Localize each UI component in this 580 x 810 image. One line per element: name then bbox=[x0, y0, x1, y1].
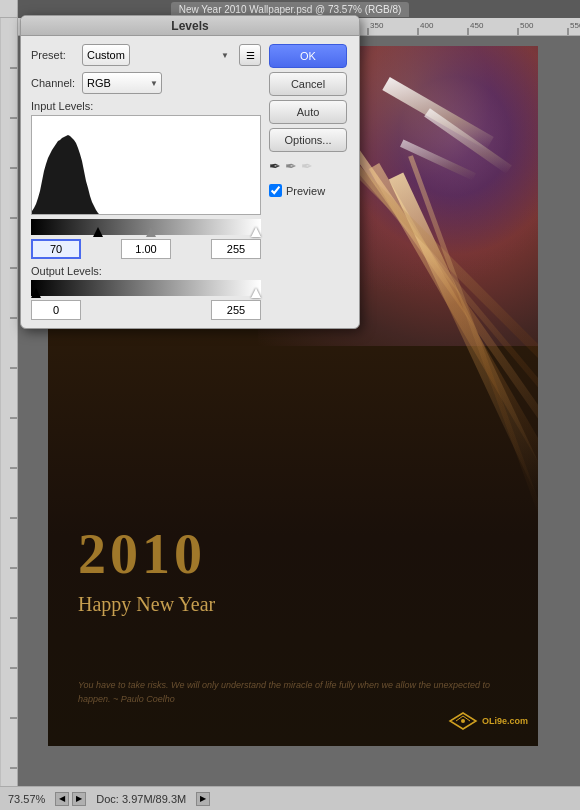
white-eyedropper-icon[interactable]: ✒ bbox=[301, 158, 313, 174]
output-black-input[interactable] bbox=[31, 300, 81, 320]
histogram-chart bbox=[32, 116, 260, 214]
black-point-slider[interactable] bbox=[93, 227, 103, 237]
dialog-title: Levels bbox=[171, 19, 208, 33]
white-point-slider[interactable] bbox=[251, 227, 261, 237]
presets-menu-button[interactable]: ☰ bbox=[239, 44, 261, 66]
output-white-input[interactable] bbox=[211, 300, 261, 320]
subtitle-text: Happy New Year bbox=[78, 593, 215, 616]
svg-text:450: 450 bbox=[470, 21, 484, 30]
input-levels-values bbox=[31, 239, 261, 259]
ruler-left bbox=[0, 18, 18, 792]
midtone-slider[interactable] bbox=[146, 227, 156, 237]
white-input[interactable] bbox=[211, 239, 261, 259]
preset-row: Preset: Custom ☰ bbox=[31, 44, 261, 66]
black-eyedropper-icon[interactable]: ✒ bbox=[269, 158, 281, 174]
preview-row: Preview bbox=[269, 184, 349, 197]
preview-checkbox[interactable] bbox=[269, 184, 282, 197]
year-text: 2010 bbox=[78, 522, 206, 586]
status-arrows: ◀ ▶ bbox=[55, 792, 86, 806]
output-white-slider[interactable] bbox=[251, 288, 261, 298]
ruler-left-ticks bbox=[0, 18, 17, 792]
levels-dialog: Levels Preset: Custom ☰ bbox=[20, 15, 360, 329]
svg-text:500: 500 bbox=[520, 21, 534, 30]
dialog-content: Preset: Custom ☰ Channel: bbox=[31, 44, 349, 320]
quote-text: You have to take risks. We will only und… bbox=[78, 679, 518, 706]
doc-info: Doc: 3.97M/89.3M bbox=[96, 793, 186, 805]
output-levels-slider[interactable] bbox=[31, 280, 261, 296]
eyedroppers-group: ✒ ✒ ✒ bbox=[269, 158, 349, 174]
status-arrow-expand[interactable]: ▶ bbox=[196, 792, 210, 806]
dialog-left-panel: Preset: Custom ☰ Channel: bbox=[31, 44, 261, 320]
watermark-label: OLi9e.com bbox=[482, 716, 528, 726]
ok-button[interactable]: OK bbox=[269, 44, 347, 68]
ruler-corner bbox=[0, 0, 18, 18]
dialog-body: Preset: Custom ☰ Channel: bbox=[21, 36, 359, 328]
preset-select[interactable]: Custom bbox=[82, 44, 130, 66]
dialog-right-panel: OK Cancel Auto Options... ✒ ✒ bbox=[269, 44, 349, 320]
watermark-icon bbox=[448, 711, 478, 731]
output-levels-values bbox=[31, 300, 261, 320]
status-bar: 73.57% ◀ ▶ Doc: 3.97M/89.3M ▶ bbox=[0, 786, 580, 810]
svg-text:400: 400 bbox=[420, 21, 434, 30]
preset-label: Preset: bbox=[31, 49, 76, 61]
channel-select-wrapper: RGB bbox=[82, 72, 162, 94]
gray-eyedropper-icon[interactable]: ✒ bbox=[285, 158, 297, 174]
channel-label: Channel: bbox=[31, 77, 76, 89]
channel-select[interactable]: RGB bbox=[82, 72, 162, 94]
watermark: OLi9e.com bbox=[448, 711, 528, 731]
tab-label: New Year 2010 Wallpaper.psd @ 73.57% (RG… bbox=[179, 4, 402, 15]
cancel-button[interactable]: Cancel bbox=[269, 72, 347, 96]
status-arrow-right[interactable]: ▶ bbox=[72, 792, 86, 806]
input-levels-slider[interactable] bbox=[31, 219, 261, 235]
mid-input[interactable] bbox=[121, 239, 171, 259]
svg-text:550: 550 bbox=[570, 21, 580, 30]
auto-button[interactable]: Auto bbox=[269, 100, 347, 124]
preview-label: Preview bbox=[286, 185, 325, 197]
histogram-container bbox=[31, 115, 261, 215]
photoshop-window: New Year 2010 Wallpaper.psd @ 73.57% (RG… bbox=[0, 0, 580, 810]
dialog-titlebar: Levels bbox=[21, 16, 359, 36]
channel-row: Channel: RGB bbox=[31, 72, 261, 94]
svg-text:350: 350 bbox=[370, 21, 384, 30]
status-arrow-left[interactable]: ◀ bbox=[55, 792, 69, 806]
output-black-slider[interactable] bbox=[31, 288, 41, 298]
output-levels-label: Output Levels: bbox=[31, 265, 261, 277]
preset-select-wrapper: Custom bbox=[82, 44, 233, 66]
svg-point-47 bbox=[461, 719, 465, 723]
zoom-level: 73.57% bbox=[8, 793, 45, 805]
black-input[interactable] bbox=[31, 239, 81, 259]
input-levels-label: Input Levels: bbox=[31, 100, 261, 112]
options-button[interactable]: Options... bbox=[269, 128, 347, 152]
